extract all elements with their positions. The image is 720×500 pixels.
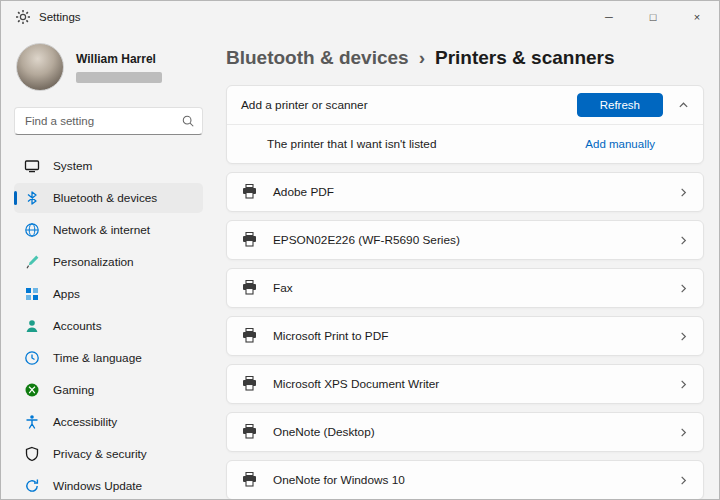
printer-name: Adobe PDF [273, 185, 334, 199]
privacy-icon [24, 446, 40, 462]
breadcrumb-parent[interactable]: Bluetooth & devices [226, 47, 409, 69]
sidebar-item-network-internet[interactable]: Network & internet [14, 215, 203, 245]
sidebar-item-bluetooth-devices[interactable]: Bluetooth & devices [14, 183, 203, 213]
sidebar-item-privacy-security[interactable]: Privacy & security [14, 439, 203, 469]
add-printer-row: Add a printer or scanner Refresh [227, 86, 703, 124]
close-button[interactable]: × [675, 1, 719, 33]
windows-update-icon [24, 478, 40, 494]
window-title: Settings [39, 11, 81, 23]
sidebar-item-label: Personalization [53, 255, 134, 269]
printer-icon [241, 232, 259, 248]
accounts-icon [24, 318, 40, 334]
printer-icon [241, 184, 259, 200]
titlebar: Settings ─ □ × [1, 1, 719, 33]
sidebar-item-label: Gaming [53, 383, 94, 397]
personalization-icon [24, 254, 40, 270]
sidebar: William Harrel System Bluetooth & device… [1, 33, 216, 499]
printer-row-fax[interactable]: Fax [226, 268, 704, 308]
sidebar-nav: System Bluetooth & devices Network & int… [14, 151, 203, 499]
settings-window: Settings ─ □ × William Harrel [0, 0, 720, 500]
printer-row-print-to-pdf[interactable]: Microsoft Print to PDF [226, 316, 704, 356]
user-name: William Harrel [76, 52, 162, 66]
printer-row-onenote-win10[interactable]: OneNote for Windows 10 [226, 460, 704, 499]
printer-not-listed-label: The printer that I want isn't listed [267, 137, 436, 151]
chevron-right-icon [663, 283, 689, 294]
system-icon [24, 158, 40, 174]
window-controls: ─ □ × [587, 1, 719, 33]
user-profile[interactable]: William Harrel [14, 37, 203, 105]
sidebar-item-time-language[interactable]: Time & language [14, 343, 203, 373]
chevron-right-icon [663, 187, 689, 198]
search-input[interactable] [14, 107, 203, 135]
printer-not-listed-row: The printer that I want isn't listed Add… [227, 125, 703, 163]
accessibility-icon [24, 414, 40, 430]
printer-row-xps-writer[interactable]: Microsoft XPS Document Writer [226, 364, 704, 404]
apps-icon [24, 286, 40, 302]
network-icon [24, 222, 40, 238]
printer-icon [241, 376, 259, 392]
sidebar-item-system[interactable]: System [14, 151, 203, 181]
sidebar-item-accounts[interactable]: Accounts [14, 311, 203, 341]
sidebar-item-label: Network & internet [53, 223, 150, 237]
refresh-button[interactable]: Refresh [577, 93, 663, 117]
sidebar-item-label: Accounts [53, 319, 102, 333]
sidebar-item-label: Bluetooth & devices [53, 191, 157, 205]
add-manually-link[interactable]: Add manually [585, 138, 655, 150]
avatar [16, 43, 64, 91]
printer-row-adobe-pdf[interactable]: Adobe PDF [226, 172, 704, 212]
sidebar-item-gaming[interactable]: Gaming [14, 375, 203, 405]
user-email-redacted [76, 72, 162, 83]
add-printer-label: Add a printer or scanner [241, 98, 368, 112]
sidebar-item-label: Privacy & security [53, 447, 147, 461]
bluetooth-icon [24, 190, 40, 206]
search-box [14, 107, 203, 135]
sidebar-item-label: System [53, 159, 92, 173]
sidebar-item-label: Time & language [53, 351, 142, 365]
gaming-icon [24, 382, 40, 398]
sidebar-item-label: Accessibility [53, 415, 117, 429]
chevron-right-icon [663, 379, 689, 390]
printer-icon [241, 424, 259, 440]
printer-name: OneNote for Windows 10 [273, 473, 405, 487]
main-content: Bluetooth & devices › Printers & scanner… [216, 33, 719, 499]
sidebar-item-windows-update[interactable]: Windows Update [14, 471, 203, 499]
minimize-button[interactable]: ─ [587, 1, 631, 33]
page-title: Printers & scanners [435, 47, 615, 69]
maximize-button[interactable]: □ [631, 1, 675, 33]
breadcrumb: Bluetooth & devices › Printers & scanner… [226, 47, 704, 69]
sidebar-item-personalization[interactable]: Personalization [14, 247, 203, 277]
printer-row-onenote-desktop[interactable]: OneNote (Desktop) [226, 412, 704, 452]
add-printer-card: Add a printer or scanner Refresh The pri… [226, 85, 704, 164]
chevron-up-icon[interactable] [663, 100, 689, 111]
printer-name: OneNote (Desktop) [273, 425, 375, 439]
chevron-right-icon [663, 331, 689, 342]
search-icon[interactable] [181, 114, 195, 128]
printer-name: Fax [273, 281, 293, 295]
printer-row-epson[interactable]: EPSON02E226 (WF-R5690 Series) [226, 220, 704, 260]
breadcrumb-separator-icon: › [419, 47, 425, 69]
sidebar-item-accessibility[interactable]: Accessibility [14, 407, 203, 437]
printer-name: Microsoft Print to PDF [273, 329, 388, 343]
sidebar-item-label: Apps [53, 287, 80, 301]
chevron-right-icon [663, 235, 689, 246]
printer-name: EPSON02E226 (WF-R5690 Series) [273, 233, 460, 247]
time-language-icon [24, 350, 40, 366]
printer-icon [241, 472, 259, 488]
sidebar-item-label: Windows Update [53, 479, 142, 493]
settings-gear-icon [15, 9, 31, 25]
printer-icon [241, 280, 259, 296]
printer-name: Microsoft XPS Document Writer [273, 377, 439, 391]
sidebar-item-apps[interactable]: Apps [14, 279, 203, 309]
chevron-right-icon [663, 475, 689, 486]
chevron-right-icon [663, 427, 689, 438]
printer-icon [241, 328, 259, 344]
